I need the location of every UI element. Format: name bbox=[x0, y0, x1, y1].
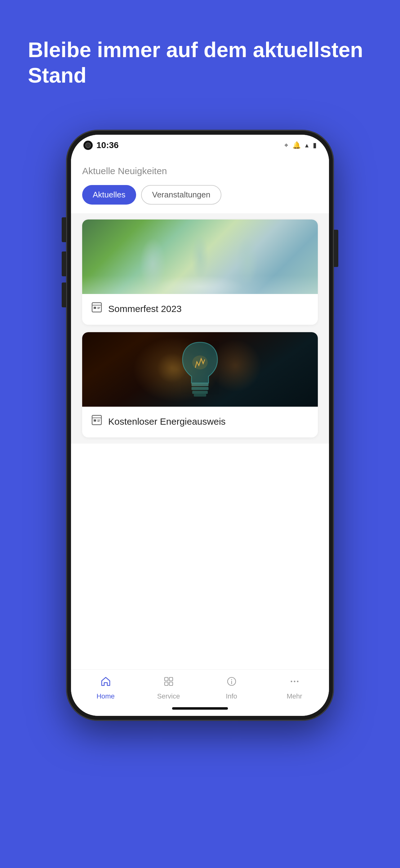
card-sommerfest-body: Sommerfest 2023 bbox=[82, 294, 318, 325]
svg-point-23 bbox=[294, 681, 295, 682]
card-energie-title: Kostenloser Energieausweis bbox=[108, 416, 226, 427]
grid-icon bbox=[163, 676, 174, 690]
svg-rect-6 bbox=[192, 383, 209, 386]
svg-point-22 bbox=[291, 681, 292, 682]
nav-label-home: Home bbox=[96, 692, 115, 700]
cards-area: Sommerfest 2023 bbox=[71, 213, 329, 444]
nav-item-info[interactable]: Info bbox=[213, 676, 250, 700]
card-sommerfest-image bbox=[82, 219, 318, 294]
status-time: 10:36 bbox=[96, 140, 119, 150]
status-bar: 10:36 ⌖ 🔔 ▴ ▮ bbox=[71, 135, 329, 153]
filter-tab-veranstaltungen[interactable]: Veranstaltungen bbox=[141, 185, 222, 205]
svg-rect-12 bbox=[94, 420, 96, 422]
card-sommerfest[interactable]: Sommerfest 2023 bbox=[82, 219, 318, 325]
svg-rect-8 bbox=[192, 391, 208, 394]
screen-content: Aktuelle Neuigkeiten Aktuelles Veranstal… bbox=[71, 153, 329, 669]
bluetooth-icon: ⌖ bbox=[284, 141, 288, 149]
nav-item-home[interactable]: Home bbox=[87, 676, 124, 700]
svg-rect-16 bbox=[169, 677, 173, 681]
svg-rect-18 bbox=[169, 682, 173, 685]
nav-item-service[interactable]: Service bbox=[150, 676, 187, 700]
phone-screen: 10:36 ⌖ 🔔 ▴ ▮ Aktuelle Neuigkeiten Aktue… bbox=[71, 135, 329, 716]
sommerfest-icon bbox=[91, 302, 103, 316]
phone-outer: 10:36 ⌖ 🔔 ▴ ▮ Aktuelle Neuigkeiten Aktue… bbox=[67, 130, 333, 720]
svg-point-24 bbox=[297, 681, 298, 682]
card-sommerfest-title: Sommerfest 2023 bbox=[108, 304, 182, 314]
wifi-icon: ▴ bbox=[305, 141, 308, 149]
status-left: 10:36 bbox=[84, 140, 119, 150]
svg-point-20 bbox=[231, 679, 232, 680]
nav-label-service: Service bbox=[157, 692, 180, 700]
battery-icon: ▮ bbox=[313, 141, 316, 149]
filter-tab-aktuelles[interactable]: Aktuelles bbox=[82, 185, 136, 205]
more-icon bbox=[289, 676, 300, 690]
svg-point-5 bbox=[192, 355, 208, 369]
energie-icon bbox=[91, 414, 103, 429]
info-circle-icon bbox=[226, 676, 237, 690]
svg-rect-15 bbox=[165, 677, 168, 681]
screen-header: Aktuelle Neuigkeiten Aktuelles Veranstal… bbox=[71, 153, 329, 213]
bell-off-icon: 🔔 bbox=[292, 141, 301, 149]
nav-label-info: Info bbox=[226, 692, 237, 700]
card-energie-body: Kostenloser Energieausweis bbox=[82, 407, 318, 437]
card-energie[interactable]: Kostenloser Energieausweis bbox=[82, 332, 318, 437]
camera-icon bbox=[84, 141, 93, 150]
home-icon bbox=[100, 676, 111, 690]
phone-mockup: 10:36 ⌖ 🔔 ▴ ▮ Aktuelle Neuigkeiten Aktue… bbox=[67, 130, 333, 720]
home-indicator bbox=[71, 704, 329, 716]
nav-label-mehr: Mehr bbox=[287, 692, 302, 700]
svg-rect-7 bbox=[192, 387, 209, 390]
svg-rect-2 bbox=[94, 307, 96, 309]
card-energie-image bbox=[82, 332, 318, 407]
filter-tabs: Aktuelles Veranstaltungen bbox=[82, 185, 318, 205]
bottom-nav: Home Service bbox=[71, 669, 329, 704]
section-title: Aktuelle Neuigkeiten bbox=[82, 166, 318, 176]
svg-rect-9 bbox=[194, 394, 206, 397]
status-icons: ⌖ 🔔 ▴ ▮ bbox=[284, 141, 316, 149]
home-indicator-bar bbox=[172, 707, 228, 710]
hero-title: Bleibe immer auf dem aktuellsten Stand bbox=[28, 37, 372, 88]
nav-item-mehr[interactable]: Mehr bbox=[276, 676, 313, 700]
svg-rect-17 bbox=[165, 682, 168, 685]
